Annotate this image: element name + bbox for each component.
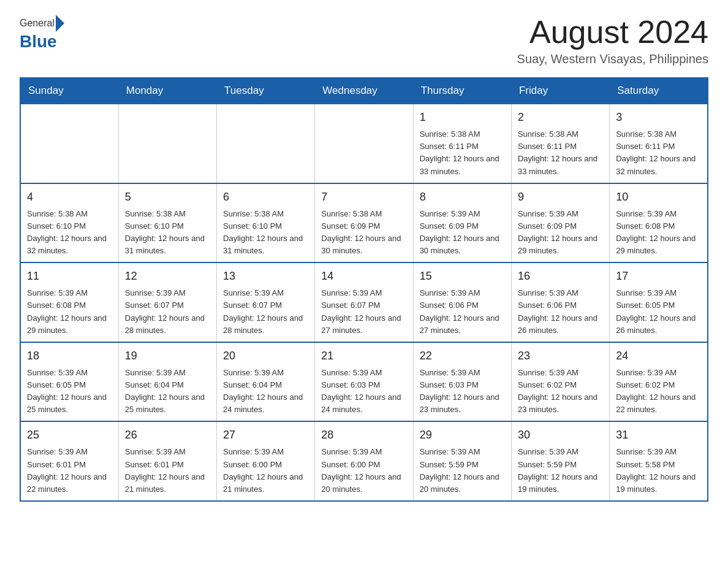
day-number: 2 xyxy=(518,109,603,126)
calendar-week-row: 25Sunrise: 5:39 AM Sunset: 6:01 PM Dayli… xyxy=(20,421,708,501)
calendar-header-saturday: Saturday xyxy=(610,78,708,104)
day-number: 19 xyxy=(125,348,210,364)
day-info: Sunrise: 5:38 AM Sunset: 6:11 PM Dayligh… xyxy=(420,128,505,178)
day-number: 1 xyxy=(420,109,505,126)
day-number: 17 xyxy=(616,268,701,285)
calendar-cell: 5Sunrise: 5:38 AM Sunset: 6:10 PM Daylig… xyxy=(118,183,216,263)
calendar-week-row: 4Sunrise: 5:38 AM Sunset: 6:10 PM Daylig… xyxy=(20,183,708,263)
day-number: 16 xyxy=(518,268,603,285)
day-info: Sunrise: 5:39 AM Sunset: 5:59 PM Dayligh… xyxy=(518,446,603,496)
day-info: Sunrise: 5:39 AM Sunset: 6:06 PM Dayligh… xyxy=(518,287,603,337)
day-info: Sunrise: 5:38 AM Sunset: 6:10 PM Dayligh… xyxy=(125,208,210,258)
calendar-cell: 14Sunrise: 5:39 AM Sunset: 6:07 PM Dayli… xyxy=(315,262,413,342)
calendar-cell: 23Sunrise: 5:39 AM Sunset: 6:02 PM Dayli… xyxy=(511,342,609,422)
day-info: Sunrise: 5:39 AM Sunset: 6:08 PM Dayligh… xyxy=(27,287,112,337)
day-number: 9 xyxy=(518,189,603,205)
calendar-header-sunday: Sunday xyxy=(20,78,118,104)
calendar-cell: 2Sunrise: 5:38 AM Sunset: 6:11 PM Daylig… xyxy=(511,104,609,183)
calendar-cell: 28Sunrise: 5:39 AM Sunset: 6:00 PM Dayli… xyxy=(315,421,413,501)
day-number: 24 xyxy=(616,348,701,364)
day-info: Sunrise: 5:38 AM Sunset: 6:11 PM Dayligh… xyxy=(518,128,603,178)
calendar-cell: 29Sunrise: 5:39 AM Sunset: 5:59 PM Dayli… xyxy=(413,421,511,501)
calendar-header-tuesday: Tuesday xyxy=(217,78,315,104)
day-number: 27 xyxy=(223,427,308,443)
day-info: Sunrise: 5:39 AM Sunset: 6:05 PM Dayligh… xyxy=(616,287,701,337)
calendar-cell: 18Sunrise: 5:39 AM Sunset: 6:05 PM Dayli… xyxy=(20,342,118,422)
calendar-cell: 10Sunrise: 5:39 AM Sunset: 6:08 PM Dayli… xyxy=(610,183,708,263)
day-info: Sunrise: 5:39 AM Sunset: 6:07 PM Dayligh… xyxy=(321,287,406,337)
day-number: 13 xyxy=(223,268,308,285)
day-info: Sunrise: 5:38 AM Sunset: 6:10 PM Dayligh… xyxy=(27,208,112,258)
day-number: 23 xyxy=(518,348,603,364)
calendar-cell xyxy=(118,104,216,183)
calendar-cell: 15Sunrise: 5:39 AM Sunset: 6:06 PM Dayli… xyxy=(413,262,511,342)
calendar-header-row: SundayMondayTuesdayWednesdayThursdayFrid… xyxy=(20,78,708,104)
day-info: Sunrise: 5:39 AM Sunset: 6:09 PM Dayligh… xyxy=(518,208,603,258)
calendar-cell: 31Sunrise: 5:39 AM Sunset: 5:58 PM Dayli… xyxy=(610,421,708,501)
day-number: 26 xyxy=(125,427,210,443)
title-section: August 2024 Suay, Western Visayas, Phili… xyxy=(517,15,708,66)
day-info: Sunrise: 5:39 AM Sunset: 6:03 PM Dayligh… xyxy=(420,367,505,416)
day-info: Sunrise: 5:39 AM Sunset: 5:59 PM Dayligh… xyxy=(420,446,505,496)
page-header: General Blue August 2024 Suay, Western V… xyxy=(20,15,708,66)
day-number: 22 xyxy=(420,348,505,364)
day-number: 7 xyxy=(321,189,406,205)
calendar-cell: 17Sunrise: 5:39 AM Sunset: 6:05 PM Dayli… xyxy=(610,262,708,342)
day-number: 4 xyxy=(27,189,112,205)
calendar-cell: 25Sunrise: 5:39 AM Sunset: 6:01 PM Dayli… xyxy=(20,421,118,501)
calendar-cell: 9Sunrise: 5:39 AM Sunset: 6:09 PM Daylig… xyxy=(511,183,609,263)
day-info: Sunrise: 5:39 AM Sunset: 6:07 PM Dayligh… xyxy=(125,287,210,337)
calendar-cell: 26Sunrise: 5:39 AM Sunset: 6:01 PM Dayli… xyxy=(118,421,216,501)
day-number: 15 xyxy=(420,268,505,285)
day-info: Sunrise: 5:39 AM Sunset: 6:07 PM Dayligh… xyxy=(223,287,308,337)
logo-blue-text: Blue xyxy=(20,32,57,51)
calendar-cell xyxy=(217,104,315,183)
day-info: Sunrise: 5:39 AM Sunset: 6:04 PM Dayligh… xyxy=(125,367,210,416)
day-info: Sunrise: 5:39 AM Sunset: 6:04 PM Dayligh… xyxy=(223,367,308,416)
day-number: 31 xyxy=(616,427,701,443)
calendar-cell: 19Sunrise: 5:39 AM Sunset: 6:04 PM Dayli… xyxy=(118,342,216,422)
calendar-cell: 30Sunrise: 5:39 AM Sunset: 5:59 PM Dayli… xyxy=(511,421,609,501)
calendar-cell: 3Sunrise: 5:38 AM Sunset: 6:11 PM Daylig… xyxy=(610,104,708,183)
day-info: Sunrise: 5:39 AM Sunset: 6:05 PM Dayligh… xyxy=(27,367,112,416)
calendar-week-row: 1Sunrise: 5:38 AM Sunset: 6:11 PM Daylig… xyxy=(20,104,708,183)
calendar-cell: 27Sunrise: 5:39 AM Sunset: 6:00 PM Dayli… xyxy=(217,421,315,501)
day-number: 11 xyxy=(27,268,112,285)
day-number: 18 xyxy=(27,348,112,364)
calendar-header-thursday: Thursday xyxy=(413,78,511,104)
day-number: 21 xyxy=(321,348,406,364)
day-number: 8 xyxy=(420,189,505,205)
calendar-table: SundayMondayTuesdayWednesdayThursdayFrid… xyxy=(20,77,708,502)
day-number: 5 xyxy=(125,189,210,205)
day-info: Sunrise: 5:38 AM Sunset: 6:09 PM Dayligh… xyxy=(321,208,406,258)
day-number: 3 xyxy=(616,109,701,126)
calendar-cell xyxy=(20,104,118,183)
main-title: August 2024 xyxy=(517,15,708,50)
calendar-cell: 1Sunrise: 5:38 AM Sunset: 6:11 PM Daylig… xyxy=(413,104,511,183)
day-number: 10 xyxy=(616,189,701,205)
calendar-header-friday: Friday xyxy=(511,78,609,104)
calendar-cell: 7Sunrise: 5:38 AM Sunset: 6:09 PM Daylig… xyxy=(315,183,413,263)
logo: General Blue xyxy=(20,15,64,52)
day-info: Sunrise: 5:39 AM Sunset: 6:02 PM Dayligh… xyxy=(616,367,701,416)
calendar-cell: 21Sunrise: 5:39 AM Sunset: 6:03 PM Dayli… xyxy=(315,342,413,422)
calendar-header-wednesday: Wednesday xyxy=(315,78,413,104)
day-info: Sunrise: 5:39 AM Sunset: 6:00 PM Dayligh… xyxy=(223,446,308,496)
day-number: 12 xyxy=(125,268,210,285)
calendar-cell: 12Sunrise: 5:39 AM Sunset: 6:07 PM Dayli… xyxy=(118,262,216,342)
day-info: Sunrise: 5:38 AM Sunset: 6:10 PM Dayligh… xyxy=(223,208,308,258)
calendar-cell: 13Sunrise: 5:39 AM Sunset: 6:07 PM Dayli… xyxy=(217,262,315,342)
day-info: Sunrise: 5:38 AM Sunset: 6:11 PM Dayligh… xyxy=(616,128,701,178)
calendar-cell xyxy=(315,104,413,183)
subtitle: Suay, Western Visayas, Philippines xyxy=(517,52,708,66)
day-number: 25 xyxy=(27,427,112,443)
day-info: Sunrise: 5:39 AM Sunset: 6:08 PM Dayligh… xyxy=(616,208,701,258)
day-number: 20 xyxy=(223,348,308,364)
calendar-cell: 22Sunrise: 5:39 AM Sunset: 6:03 PM Dayli… xyxy=(413,342,511,422)
day-info: Sunrise: 5:39 AM Sunset: 6:02 PM Dayligh… xyxy=(518,367,603,416)
calendar-cell: 11Sunrise: 5:39 AM Sunset: 6:08 PM Dayli… xyxy=(20,262,118,342)
calendar-cell: 24Sunrise: 5:39 AM Sunset: 6:02 PM Dayli… xyxy=(610,342,708,422)
calendar-cell: 8Sunrise: 5:39 AM Sunset: 6:09 PM Daylig… xyxy=(413,183,511,263)
day-number: 30 xyxy=(518,427,603,443)
day-info: Sunrise: 5:39 AM Sunset: 6:09 PM Dayligh… xyxy=(420,208,505,258)
